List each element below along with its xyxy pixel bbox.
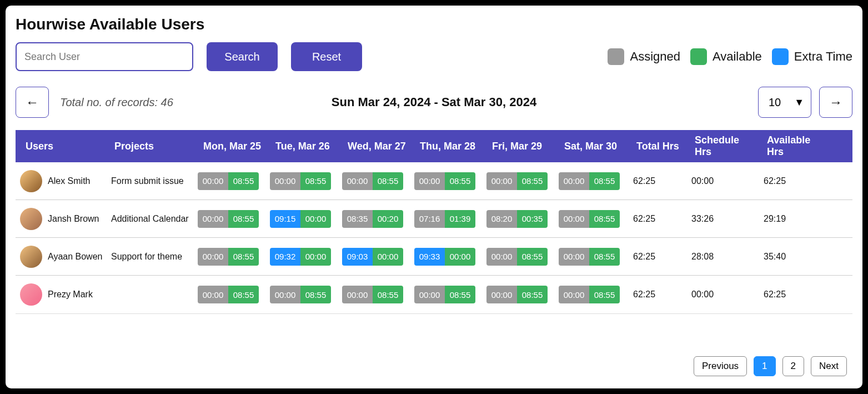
th-total: Total Hrs [631, 141, 689, 152]
cell-schedule: 00:00 [689, 176, 761, 186]
day-cell: 07:1601:39 [414, 210, 486, 228]
day-cell: 08:2000:35 [486, 210, 559, 228]
date-range: Sun Mar 24, 2024 - Sat Mar 30, 2024 [332, 95, 536, 109]
user-name: Prezy Mark [48, 290, 93, 300]
time-assigned: 09:03 [342, 248, 373, 266]
time-available: 01:39 [445, 210, 475, 228]
day-cell: 00:0008:55 [486, 248, 559, 266]
time-assigned: 09:15 [270, 210, 300, 228]
time-assigned: 00:00 [198, 172, 228, 190]
th-d0: Mon, Mar 25 [198, 141, 270, 152]
day-cell: 00:0008:55 [342, 286, 414, 303]
time-available: 08:55 [228, 210, 259, 228]
reset-button[interactable]: Reset [291, 42, 362, 71]
th-users: Users [20, 141, 109, 152]
legend: Assigned Available Extra Time [608, 48, 852, 65]
legend-extra: Extra Time [772, 48, 852, 65]
time-assigned: 08:20 [486, 210, 517, 228]
search-input[interactable] [16, 42, 193, 71]
day-cell: 00:0008:55 [198, 172, 270, 190]
time-assigned: 07:16 [414, 210, 445, 228]
th-d1: Tue, Mar 26 [270, 141, 342, 152]
day-cell: 00:0008:55 [414, 172, 486, 190]
avatar [20, 283, 42, 306]
time-assigned: 00:00 [559, 210, 589, 228]
day-cell: 09:1500:00 [270, 210, 342, 228]
pagination-page-2[interactable]: 2 [782, 356, 804, 376]
pagination-page-1[interactable]: 1 [754, 356, 775, 376]
time-available: 08:55 [445, 286, 475, 303]
avatar [20, 208, 42, 230]
time-available: 08:55 [373, 172, 403, 190]
day-cell: 00:0008:55 [559, 172, 631, 190]
th-schedule: Schedule Hrs [689, 134, 761, 158]
time-available: 08:55 [228, 248, 259, 266]
cell-total: 62:25 [631, 252, 689, 262]
user-cell: Prezy Mark [20, 283, 109, 306]
swatch-extra [772, 48, 789, 65]
time-assigned: 00:00 [486, 286, 517, 303]
prev-week-button[interactable]: ← [16, 87, 49, 118]
time-available: 08:55 [300, 286, 331, 303]
day-cell: 00:0008:55 [342, 172, 414, 190]
table-row: Alex SmithForm submit issue00:0008:5500:… [16, 162, 852, 200]
records-count: Total no. of records: 46 [60, 96, 173, 109]
day-cell: 00:0008:55 [486, 172, 559, 190]
day-cell: 00:0008:55 [486, 286, 559, 303]
cell-total: 62:25 [631, 176, 689, 186]
time-assigned: 00:00 [559, 286, 589, 303]
time-available: 08:55 [228, 172, 259, 190]
swatch-assigned [608, 48, 624, 65]
time-available: 08:55 [300, 172, 331, 190]
time-assigned: 00:00 [559, 248, 589, 266]
time-assigned: 00:00 [414, 286, 445, 303]
time-available: 00:20 [373, 210, 403, 228]
time-assigned: 00:00 [342, 286, 373, 303]
table: Users Projects Mon, Mar 25 Tue, Mar 26 W… [16, 130, 852, 313]
toolbar: Search Reset Assigned Available Extra Ti… [16, 42, 852, 71]
cell-schedule: 28:08 [689, 252, 761, 262]
legend-available: Available [690, 48, 762, 65]
time-assigned: 09:32 [270, 248, 300, 266]
day-cell: 00:0008:55 [559, 286, 631, 303]
time-assigned: 09:33 [414, 248, 445, 266]
day-cell: 00:0008:55 [270, 172, 342, 190]
day-cell: 00:0008:55 [559, 210, 631, 228]
time-available: 08:55 [228, 286, 259, 303]
time-assigned: 00:00 [414, 172, 445, 190]
pagination-next[interactable]: Next [811, 356, 847, 376]
avatar [20, 246, 42, 268]
time-available: 00:00 [445, 248, 475, 266]
page-size-select[interactable]: 10 ▼ [758, 87, 811, 118]
th-d5: Sat, Mar 30 [559, 141, 631, 152]
page-size-value: 10 [769, 96, 781, 109]
time-available: 00:35 [517, 210, 548, 228]
legend-extra-label: Extra Time [794, 49, 852, 64]
time-available: 00:00 [300, 248, 331, 266]
legend-available-label: Available [713, 49, 762, 64]
day-cell: 09:0300:00 [342, 248, 414, 266]
search-button[interactable]: Search [207, 42, 278, 71]
time-available: 08:55 [589, 172, 620, 190]
time-available: 00:00 [300, 210, 331, 228]
day-cell: 08:3500:20 [342, 210, 414, 228]
legend-assigned: Assigned [608, 48, 680, 65]
project-cell: Support for theme [109, 252, 198, 262]
table-row: Prezy Mark00:0008:5500:0008:5500:0008:55… [16, 276, 852, 313]
th-d2: Wed, Mar 27 [342, 141, 414, 152]
cell-available: 29:19 [761, 214, 831, 224]
pagination-previous[interactable]: Previous [694, 356, 747, 376]
time-assigned: 00:00 [486, 172, 517, 190]
th-d3: Thu, Mar 28 [414, 141, 486, 152]
table-header: Users Projects Mon, Mar 25 Tue, Mar 26 W… [16, 130, 852, 162]
time-assigned: 08:35 [342, 210, 373, 228]
next-week-button[interactable]: → [819, 87, 852, 118]
time-available: 08:55 [517, 248, 548, 266]
user-name: Jansh Brown [48, 214, 99, 224]
time-available: 08:55 [589, 248, 620, 266]
cell-total: 62:25 [631, 290, 689, 300]
time-assigned: 00:00 [270, 286, 300, 303]
day-cell: 00:0008:55 [270, 286, 342, 303]
day-cell: 00:0008:55 [198, 286, 270, 303]
project-cell: Additional Calendar [109, 214, 198, 224]
